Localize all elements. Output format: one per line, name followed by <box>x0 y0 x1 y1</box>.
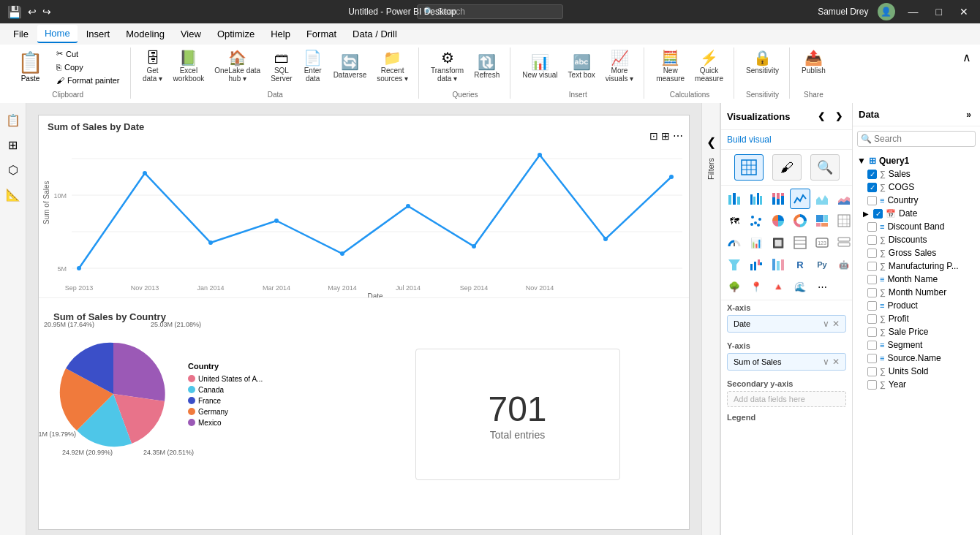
checkbox-cogs[interactable]: ✓ <box>867 183 877 192</box>
x-axis-chevron[interactable]: ∨ <box>823 319 829 329</box>
checkbox-discount-band[interactable] <box>867 222 877 232</box>
redo-icon[interactable]: ↪ <box>42 6 51 18</box>
data-item-country[interactable]: ≡ Country <box>853 194 980 207</box>
paste-button[interactable]: 📋 Paste <box>12 48 49 86</box>
viz-collapse-right[interactable]: ❯ <box>832 109 846 124</box>
checkbox-year[interactable] <box>867 380 877 390</box>
menu-data-drill[interactable]: Data / Drill <box>345 26 404 42</box>
sensitivity-button[interactable]: 🔒 Sensitivity <box>742 48 783 77</box>
data-item-discount-band[interactable]: ≡ Discount Band <box>853 220 980 233</box>
checkbox-source-name[interactable] <box>867 354 877 363</box>
viz-funnel[interactable] <box>724 254 745 275</box>
data-item-gross-sales[interactable]: ∑ Gross Sales <box>853 246 980 259</box>
viz-donut-chart[interactable] <box>790 210 810 231</box>
sidebar-table-icon[interactable]: ⊞ <box>2 134 24 156</box>
data-search-input[interactable] <box>857 131 976 147</box>
menu-format[interactable]: Format <box>299 26 344 42</box>
viz-waterfall[interactable] <box>746 254 766 275</box>
data-group-query1-header[interactable]: ▼ ⊞ Query1 <box>853 154 980 167</box>
viz-stacked-100bar[interactable] <box>768 189 788 209</box>
filters-bar[interactable]: ❮ Filters <box>701 103 720 535</box>
y-axis-remove[interactable]: ✕ <box>832 357 840 367</box>
x-axis-field[interactable]: Date ∨ ✕ <box>727 315 846 333</box>
viz-line-chart[interactable] <box>790 189 810 209</box>
menu-view[interactable]: View <box>173 26 208 42</box>
checkbox-units-sold[interactable] <box>867 367 877 376</box>
checkbox-gross-sales[interactable] <box>867 248 877 258</box>
data-panel-expand[interactable]: » <box>963 110 974 120</box>
data-item-sale-price[interactable]: ∑ Sale Price <box>853 325 980 338</box>
viz-key-influencers[interactable]: 📍 <box>746 276 766 297</box>
menu-modeling[interactable]: Modeling <box>118 26 172 42</box>
ribbon-collapse-button[interactable]: ∧ <box>960 48 974 67</box>
menu-home[interactable]: Home <box>37 25 78 43</box>
viz-map[interactable]: 🗺 <box>724 210 745 231</box>
menu-optimize[interactable]: Optimize <box>210 26 262 42</box>
viz-slicer[interactable]: 🔲 <box>768 232 788 253</box>
recent-sources-button[interactable]: 📁 Recentsources ▾ <box>372 48 412 86</box>
viz-area-chart[interactable] <box>812 189 832 209</box>
viz-table-icon[interactable] <box>734 154 764 181</box>
viz-pie-chart[interactable] <box>768 210 788 231</box>
data-item-date[interactable]: ▶ ✓ 📅 Date <box>853 207 980 220</box>
viz-multirow-card[interactable] <box>834 232 852 253</box>
viz-python-visual[interactable]: Py <box>812 254 832 275</box>
checkbox-segment[interactable] <box>867 341 877 350</box>
checkbox-sales[interactable]: ✓ <box>867 170 877 179</box>
viz-analytics-icon[interactable]: 🔍 <box>810 154 840 181</box>
publish-button[interactable]: 📤 Publish <box>797 48 830 77</box>
checkbox-product[interactable] <box>867 301 877 311</box>
data-item-year[interactable]: ∑ Year <box>853 378 980 391</box>
cut-button[interactable]: ✂ Cut <box>52 48 124 60</box>
viz-azure-map[interactable]: 🌊 <box>790 276 810 297</box>
viz-collapse-left[interactable]: ❮ <box>814 109 829 124</box>
checkbox-month-name[interactable] <box>867 275 877 284</box>
data-item-units-sold[interactable]: ∑ Units Sold <box>853 365 980 378</box>
more-visuals-button[interactable]: 📈 Morevisuals ▾ <box>601 48 638 86</box>
format-painter-button[interactable]: 🖌 Format painter <box>52 75 124 86</box>
data-item-cogs[interactable]: ✓ ∑ COGS <box>853 181 980 194</box>
secondary-y-axis-placeholder[interactable]: Add data fields here <box>727 391 846 407</box>
checkbox-profit[interactable] <box>867 314 877 324</box>
minimize-button[interactable]: — <box>904 4 923 19</box>
viz-format-icon[interactable]: 🖌 <box>772 154 802 181</box>
viz-more-options[interactable]: ⋯ <box>812 276 832 297</box>
menu-insert[interactable]: Insert <box>79 26 118 42</box>
data-item-month-number[interactable]: ∑ Month Number <box>853 286 980 299</box>
data-item-segment[interactable]: ≡ Segment <box>853 338 980 352</box>
new-measure-button[interactable]: 🧮 Newmeasure <box>652 48 689 86</box>
excel-workbook-button[interactable]: 📗 Excelworkbook <box>169 48 209 86</box>
expand-date-icon[interactable]: ▶ <box>863 210 869 218</box>
close-button[interactable]: ✕ <box>955 4 973 19</box>
viz-decomp-tree[interactable]: 🌳 <box>724 276 745 297</box>
enter-data-button[interactable]: 📄 Enterdata <box>298 48 328 86</box>
viz-stacked-area[interactable] <box>834 189 852 209</box>
checkbox-sale-price[interactable] <box>867 327 877 337</box>
viz-ai-visual[interactable]: 🤖 <box>834 254 852 275</box>
sidebar-dax-icon[interactable]: 📐 <box>2 183 24 205</box>
undo-icon[interactable]: ↩ <box>28 6 37 18</box>
sidebar-model-icon[interactable]: ⬡ <box>2 159 24 181</box>
dataverse-button[interactable]: 🔄 Dataverse <box>329 52 372 82</box>
viz-gauge[interactable] <box>724 232 745 253</box>
new-visual-button[interactable]: 📊 New visual <box>518 52 562 82</box>
data-item-profit[interactable]: ∑ Profit <box>853 312 980 325</box>
copy-button[interactable]: ⎘ Copy <box>52 61 124 73</box>
menu-file[interactable]: File <box>6 26 36 42</box>
checkbox-country[interactable] <box>867 196 877 205</box>
get-data-button[interactable]: 🗄 Getdata ▾ <box>138 48 167 86</box>
y-axis-field[interactable]: Sum of Sales ∨ ✕ <box>727 353 846 371</box>
checkbox-date[interactable]: ✓ <box>873 209 883 219</box>
filters-label[interactable]: Filters <box>705 152 717 186</box>
data-item-product[interactable]: ≡ Product <box>853 299 980 312</box>
checkbox-discounts[interactable] <box>867 235 877 245</box>
data-item-discounts[interactable]: ∑ Discounts <box>853 233 980 246</box>
checkbox-manufacturing[interactable] <box>867 262 877 271</box>
x-axis-remove[interactable]: ✕ <box>832 319 840 329</box>
viz-scatter[interactable] <box>746 210 766 231</box>
canvas[interactable]: Sum of Sales by Date ⊡ ⊞ ⋯ Sum of Sales … <box>38 115 690 530</box>
viz-table[interactable] <box>790 232 810 253</box>
quick-measure-button[interactable]: ⚡ Quickmeasure <box>690 48 728 86</box>
viz-stacked-bar[interactable] <box>724 189 745 209</box>
viz-ribbon[interactable] <box>768 254 788 275</box>
